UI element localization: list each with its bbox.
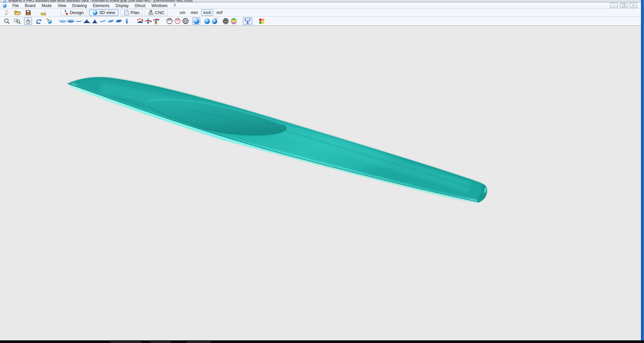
menu-mode[interactable]: Mode (38, 3, 54, 8)
spin-yaw-icon[interactable] (152, 17, 160, 25)
main-toolbar: Design 3D view Plan CNC (0, 9, 641, 17)
window-titlebar[interactable]: Shape3d X PRO Standard Bali Nose Standar… (0, 0, 641, 3)
3d-view-icon (92, 10, 98, 15)
pan-hand-icon[interactable] (24, 17, 32, 25)
display-mesh-icon[interactable] (182, 17, 190, 25)
view-perspective-b-icon[interactable] (107, 17, 115, 25)
menu-help[interactable]: ? (171, 3, 179, 8)
view-tail-icon[interactable] (91, 17, 99, 25)
zoom-icon[interactable] (3, 17, 11, 25)
menu-windows[interactable]: Windows (148, 3, 171, 8)
dimensions-icon[interactable] (40, 9, 48, 16)
menu-elements[interactable]: Elements (90, 3, 112, 8)
taskbar-item[interactable] (111, 341, 141, 343)
view-deck-icon[interactable] (59, 17, 67, 25)
plan-icon (124, 10, 129, 15)
design-icon (64, 10, 68, 15)
view-perspective-c-icon[interactable] (115, 17, 123, 25)
view-bottom-icon[interactable] (67, 17, 75, 25)
taskbar-item[interactable] (187, 341, 210, 343)
cnc-mode-label: CNC (155, 10, 165, 15)
restore-button[interactable]: ❐ (620, 3, 627, 8)
design-mode-button[interactable]: Design (61, 9, 87, 16)
design-mode-label: Design (70, 10, 84, 15)
window-title: Shape3d X PRO Standard Bali Nose Standar… (8, 0, 193, 2)
view-side-rocker-icon[interactable] (75, 17, 83, 25)
view-perspective-a-icon[interactable] (99, 17, 107, 25)
menu-file[interactable]: File (9, 3, 22, 8)
app-icon (3, 0, 6, 3)
display-rainbow-icon[interactable] (230, 17, 238, 25)
zoom-window-icon[interactable] (13, 17, 21, 25)
display-smooth-icon[interactable] (203, 17, 211, 25)
3d-view-mode-label: 3D view (99, 10, 115, 15)
display-shaded-icon[interactable] (192, 17, 200, 25)
unit-mm[interactable]: mm (189, 9, 200, 16)
cnc-mode-button[interactable]: CNC (145, 9, 168, 16)
plan-mode-button[interactable]: Plan (120, 9, 143, 16)
unit-inch[interactable]: inch (201, 9, 213, 16)
model-viewport[interactable] (0, 26, 641, 340)
save-file-icon[interactable] (24, 9, 32, 16)
new-board-icon[interactable] (3, 9, 11, 16)
unit-inf[interactable]: in/f (215, 9, 224, 16)
taskbar-item[interactable] (151, 341, 171, 343)
mdi-window-controls: – ❐ × (610, 3, 637, 8)
view-nose-icon[interactable] (83, 17, 91, 25)
kayak-3d-model (0, 26, 641, 340)
menubar: File Board Mode View Drawing Elements Di… (0, 3, 641, 9)
display-painted-icon[interactable] (211, 17, 219, 25)
cnc-icon (148, 10, 153, 15)
display-curvature-icon[interactable] (243, 17, 252, 25)
open-file-icon[interactable] (13, 9, 21, 16)
design-colors-icon[interactable] (258, 17, 266, 25)
spin-roll-icon[interactable] (144, 17, 152, 25)
system-menu-icon[interactable] (3, 4, 7, 8)
menu-view[interactable]: View (54, 3, 69, 8)
spin-pitch-icon[interactable] (136, 17, 144, 25)
display-zebra-icon[interactable] (222, 17, 230, 25)
menu-display[interactable]: Display (112, 3, 131, 8)
minimize-button[interactable]: – (610, 3, 618, 8)
plan-mode-label: Plan (130, 10, 139, 15)
view-toolbar (0, 17, 641, 26)
menu-board[interactable]: Board (22, 3, 38, 8)
taskbar[interactable] (0, 340, 644, 343)
menu-ghost[interactable]: Ghost (132, 3, 148, 8)
select-point-icon[interactable] (45, 17, 53, 25)
display-wireframe-icon[interactable] (166, 17, 174, 25)
view-end-icon[interactable] (123, 17, 131, 25)
rotate-view-icon[interactable] (35, 17, 43, 25)
3d-view-mode-button[interactable]: 3D view (89, 9, 118, 16)
close-button[interactable]: × (630, 3, 637, 8)
display-hidden-line-icon[interactable] (174, 17, 182, 25)
window-border-right (641, 0, 644, 340)
menu-drawing[interactable]: Drawing (69, 3, 90, 8)
application-window: Shape3d X PRO Standard Bali Nose Standar… (0, 0, 644, 343)
unit-cm[interactable]: cm (178, 9, 187, 16)
